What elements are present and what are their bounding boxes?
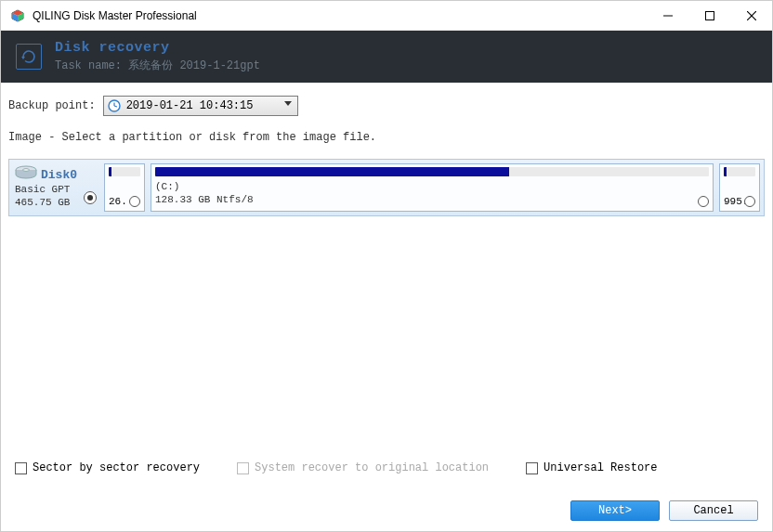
backup-point-label: Backup point: — [8, 99, 96, 112]
partition-0[interactable]: 26. — [104, 163, 145, 212]
partition-1-bar — [155, 167, 709, 176]
checkbox-icon — [15, 462, 27, 474]
clock-icon — [108, 99, 121, 112]
app-icon — [10, 8, 25, 23]
system-recover-label: System recover to original location — [255, 461, 489, 474]
partition-0-radio[interactable] — [129, 196, 140, 207]
partition-2-radio[interactable] — [744, 196, 755, 207]
backup-point-value: 2019-01-21 10:43:15 — [126, 99, 254, 112]
backup-point-select[interactable]: 2019-01-21 10:43:15 — [103, 96, 298, 116]
partition-2-bar — [724, 167, 755, 176]
subtitle-value: 系统备份 2019-1-21gpt — [128, 59, 260, 72]
partition-1-drive: (C:) — [155, 180, 709, 193]
universal-restore-label: Universal Restore — [544, 461, 657, 474]
universal-restore-checkbox[interactable]: Universal Restore — [526, 461, 657, 474]
cancel-button[interactable]: Cancel — [669, 500, 758, 521]
checkbox-icon — [237, 462, 249, 474]
sector-by-sector-checkbox[interactable]: Sector by sector recovery — [15, 461, 200, 474]
main-content: Backup point: 2019-01-21 10:43:15 Image … — [1, 83, 772, 457]
chevron-down-icon — [284, 101, 292, 106]
disk-meta[interactable]: Disk0 Basic GPT 465.75 GB — [13, 163, 98, 212]
checkbox-icon — [526, 462, 538, 474]
partition-1-info: 128.33 GB Ntfs/8 — [155, 193, 709, 206]
partition-0-bar — [109, 167, 140, 176]
system-recover-checkbox: System recover to original location — [237, 461, 489, 474]
window-buttons — [647, 1, 772, 31]
page-header: Disk recovery Task name: 系统备份 2019-1-21g… — [1, 31, 772, 83]
disk-panel: Disk0 Basic GPT 465.75 GB 26. (C:) 128.3… — [8, 159, 765, 216]
footer: Sector by sector recovery System recover… — [0, 450, 773, 532]
minimize-button[interactable] — [647, 1, 688, 31]
partition-2[interactable]: 995. — [719, 163, 760, 212]
recovery-icon — [16, 44, 42, 70]
svg-rect-5 — [705, 11, 714, 19]
titlebar: QILING Disk Master Professional — [1, 1, 772, 31]
svg-marker-8 — [21, 57, 25, 59]
next-button[interactable]: Next> — [570, 500, 660, 521]
instruction-text: Image - Select a partition or disk from … — [8, 131, 765, 144]
svg-point-13 — [23, 169, 30, 172]
disk-icon — [15, 165, 37, 184]
disk-radio[interactable] — [84, 191, 97, 204]
partition-1[interactable]: (C:) 128.33 GB Ntfs/8 — [151, 163, 714, 212]
maximize-button[interactable] — [688, 1, 730, 31]
close-button[interactable] — [730, 1, 772, 31]
disk-name: Disk0 — [41, 168, 98, 182]
partition-0-size: 26. — [109, 196, 127, 207]
sector-by-sector-label: Sector by sector recovery — [33, 461, 200, 474]
subtitle-label: Task name: — [55, 59, 122, 72]
window-title: QILING Disk Master Professional — [33, 9, 647, 22]
page-subtitle: Task name: 系统备份 2019-1-21gpt — [55, 58, 260, 73]
page-title: Disk recovery — [55, 40, 260, 56]
partition-1-radio[interactable] — [698, 196, 709, 207]
